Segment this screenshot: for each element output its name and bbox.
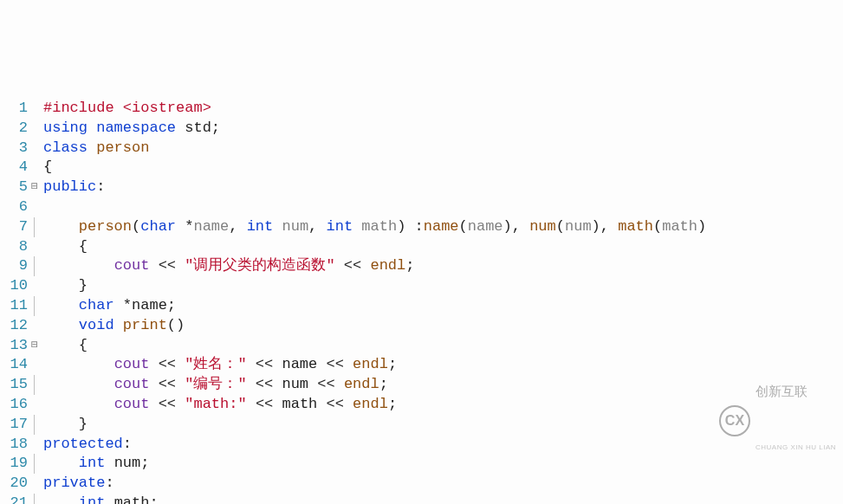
line-number: 6 xyxy=(19,198,29,215)
code-line: char *name; xyxy=(43,297,176,313)
line-number: 2 xyxy=(19,120,29,136)
fold-toggle-icon[interactable]: ⊟ xyxy=(31,336,43,356)
code-line: cout << "编号：" << num << endl; xyxy=(43,376,388,392)
line-number: 21 xyxy=(10,494,29,504)
code-line: { xyxy=(43,337,88,353)
watermark-title: 创新互联 xyxy=(755,384,836,398)
line-number: 8 xyxy=(19,238,29,255)
code-line: #include <iostream> xyxy=(43,100,211,116)
code-line: void print() xyxy=(43,317,185,333)
fold-column: ⊟ ⊟ ⊟ ⊟ xyxy=(31,79,43,504)
code-line: person(char *name, int num, int math) :n… xyxy=(43,218,706,235)
code-line: { xyxy=(43,238,88,255)
line-number: 18 xyxy=(10,436,29,452)
code-line: private: xyxy=(43,475,114,491)
line-number: 1 xyxy=(19,100,29,116)
code-line: protected: xyxy=(43,436,132,452)
code-line: using namespace std; xyxy=(43,120,220,136)
line-number: 5 xyxy=(19,178,29,195)
code-line: cout << "姓名：" << name << endl; xyxy=(43,356,397,372)
watermark-logo-icon: CX xyxy=(719,405,750,436)
code-line: cout << "math:" << math << endl; xyxy=(43,396,397,412)
code-line: int math; xyxy=(43,494,159,504)
code-editor[interactable]: 1 2 3 4 5 6 7 8 9 10 11 12 13 14 15 16 1… xyxy=(0,79,843,504)
line-number: 17 xyxy=(10,416,29,432)
code-line: int num; xyxy=(43,455,149,471)
line-number: 16 xyxy=(10,396,29,412)
line-number: 10 xyxy=(10,277,29,294)
watermark: CX 创新互联 CHUANG XIN HU LIAN xyxy=(719,346,836,497)
line-number: 3 xyxy=(19,139,29,156)
code-line: { xyxy=(43,158,52,175)
line-number: 14 xyxy=(10,356,29,372)
code-line xyxy=(43,198,52,215)
line-number: 20 xyxy=(10,475,29,491)
line-number: 7 xyxy=(19,218,29,235)
line-number: 12 xyxy=(10,317,29,333)
code-line: public: xyxy=(43,178,105,195)
line-number-gutter: 1 2 3 4 5 6 7 8 9 10 11 12 13 14 15 16 1… xyxy=(0,79,31,504)
code-line: } xyxy=(43,416,88,432)
code-line: cout << "调用父类的构造函数" << endl; xyxy=(43,257,414,274)
line-number: 13 xyxy=(10,337,29,353)
code-line: class person xyxy=(43,139,149,156)
line-number: 11 xyxy=(10,297,29,313)
fold-toggle-icon[interactable]: ⊟ xyxy=(31,178,43,197)
line-number: 19 xyxy=(10,455,29,471)
line-number: 4 xyxy=(19,158,29,175)
code-line: } xyxy=(43,277,88,294)
line-number: 9 xyxy=(19,257,29,274)
line-number: 15 xyxy=(10,376,29,392)
watermark-subtitle: CHUANG XIN HU LIAN xyxy=(755,438,836,458)
